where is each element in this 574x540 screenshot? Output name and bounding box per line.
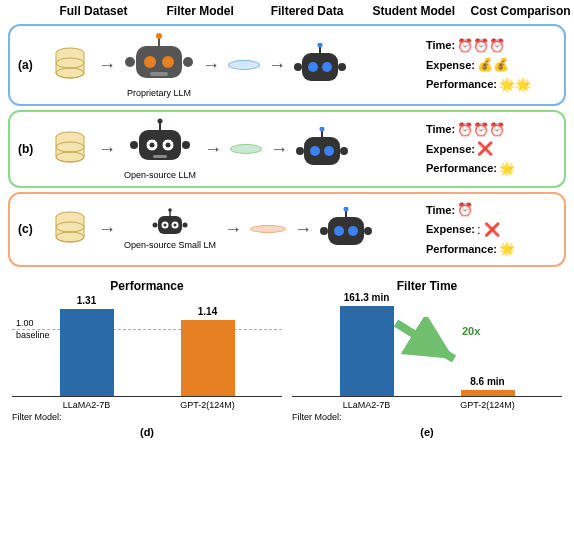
cross-icon: ❌ <box>477 139 493 159</box>
bar-label: 1.31 <box>77 295 96 306</box>
speedup-arrow-icon <box>388 317 468 367</box>
svg-point-17 <box>318 43 323 48</box>
student-model-icon <box>296 127 348 171</box>
cost-a: Time:⏰⏰⏰ Expense:💰💰 Performance:🌟🌟 <box>426 36 556 95</box>
cross-icon: : ❌ <box>477 220 500 240</box>
filter-model-a: Proprietary LLM <box>124 32 194 98</box>
cost-perf-label: Performance: <box>426 241 497 258</box>
star-icon: 🌟 <box>499 239 515 259</box>
bar-llama: 1.31 <box>60 309 114 396</box>
header-filter-model: Filter Model <box>147 4 254 18</box>
svg-point-44 <box>164 224 167 227</box>
svg-point-27 <box>182 141 190 149</box>
svg-point-45 <box>174 224 177 227</box>
cost-expense-label: Expense: <box>426 141 475 158</box>
x-tick: GPT-2(124M) <box>427 400 548 410</box>
star-icon: 🌟 <box>499 159 515 179</box>
database-icon <box>50 47 90 83</box>
cost-time-label: Time: <box>426 202 455 219</box>
svg-point-56 <box>344 207 349 212</box>
clock-icon: ⏰ <box>457 200 473 220</box>
arrow-icon: → <box>98 55 116 76</box>
x-tick: LLaMA2-7B <box>26 400 147 410</box>
arrow-icon: → <box>98 219 116 240</box>
svg-point-14 <box>294 63 302 71</box>
arrow-icon: → <box>204 139 222 160</box>
chart-e-title: Filter Time <box>292 279 562 293</box>
svg-point-34 <box>296 147 304 155</box>
header-cost-comparison: Cost Comparison <box>467 4 574 18</box>
x-axis-label: Filter Model: <box>292 412 562 422</box>
bar-label: 1.14 <box>198 306 217 317</box>
chart-d-sublabel: (d) <box>12 426 282 438</box>
header-full-dataset: Full Dataset <box>40 4 147 18</box>
arrow-icon: → <box>294 219 312 240</box>
svg-point-7 <box>183 57 193 67</box>
svg-point-13 <box>322 62 332 72</box>
svg-rect-31 <box>304 137 340 165</box>
svg-line-57 <box>396 323 454 359</box>
bar-label: 8.6 min <box>470 376 504 387</box>
filtered-data-icon <box>250 225 286 233</box>
svg-rect-50 <box>328 217 364 245</box>
star-icon: 🌟🌟 <box>499 75 531 95</box>
speedup-label: 20x <box>462 325 480 337</box>
svg-point-53 <box>320 227 328 235</box>
chart-filter-time: Filter Time 161.3 min 8.6 min 20x LLaMA2… <box>292 279 562 438</box>
svg-rect-11 <box>302 53 338 81</box>
bar-label: 161.3 min <box>344 292 390 303</box>
filter-model-label-a: Proprietary LLM <box>124 88 194 98</box>
pipeline-row-a: (a) → Proprietary LLM → → <box>8 24 566 106</box>
svg-point-52 <box>348 226 358 236</box>
svg-point-12 <box>308 62 318 72</box>
baseline-line <box>12 329 282 330</box>
baseline-value: 1.00 <box>16 318 34 328</box>
cost-expense-label: Expense: <box>426 221 475 238</box>
student-model-icon <box>294 43 346 87</box>
svg-point-24 <box>150 143 155 148</box>
database-icon <box>50 131 90 167</box>
svg-point-9 <box>156 33 162 39</box>
database-icon <box>50 211 90 247</box>
cost-time-label: Time: <box>426 37 455 54</box>
money-icon: 💰💰 <box>477 55 509 75</box>
student-model-icon <box>320 207 372 251</box>
svg-point-32 <box>310 146 320 156</box>
header-filtered-data: Filtered Data <box>254 4 361 18</box>
cost-perf-label: Performance: <box>426 160 497 177</box>
filtered-data-icon <box>230 144 262 154</box>
header-student-model: Student Model <box>360 4 467 18</box>
svg-point-54 <box>364 227 372 235</box>
chart-performance: Performance 1.00 baseline 1.31 1.14 LLaM… <box>12 279 282 438</box>
cost-b: Time:⏰⏰⏰ Expense:❌ Performance:🌟 <box>426 120 556 179</box>
arrow-icon: → <box>98 139 116 160</box>
filter-model-label-c: Open-source Small LM <box>124 240 216 250</box>
svg-point-4 <box>144 56 156 68</box>
cost-expense-label: Expense: <box>426 57 475 74</box>
svg-point-37 <box>320 127 325 132</box>
filter-model-c: Open-source Small LM <box>124 208 216 250</box>
svg-point-5 <box>162 56 174 68</box>
x-axis-label: Filter Model: <box>12 412 282 422</box>
chart-e-sublabel: (e) <box>292 426 562 438</box>
column-headers: Full Dataset Filter Model Filtered Data … <box>0 0 574 20</box>
svg-point-49 <box>168 208 172 212</box>
x-tick: GPT-2(124M) <box>147 400 268 410</box>
row-label-c: (c) <box>18 222 42 236</box>
charts-container: Performance 1.00 baseline 1.31 1.14 LLaM… <box>0 271 574 442</box>
svg-rect-30 <box>153 155 167 158</box>
svg-point-33 <box>324 146 334 156</box>
cost-time-label: Time: <box>426 121 455 138</box>
svg-point-46 <box>153 223 158 228</box>
row-label-a: (a) <box>18 58 42 72</box>
clock-icon: ⏰⏰⏰ <box>457 36 505 56</box>
bar-gpt2: 1.14 <box>181 320 235 396</box>
row-label-b: (b) <box>18 142 42 156</box>
cost-c: Time:⏰ Expense:: ❌ Performance:🌟 <box>426 200 556 259</box>
svg-point-15 <box>338 63 346 71</box>
bar-gpt2: 8.6 min <box>461 390 515 396</box>
arrow-icon: → <box>224 219 242 240</box>
filter-model-b: Open-source LLM <box>124 118 196 180</box>
arrow-icon: → <box>270 139 288 160</box>
filtered-data-icon <box>228 60 260 70</box>
